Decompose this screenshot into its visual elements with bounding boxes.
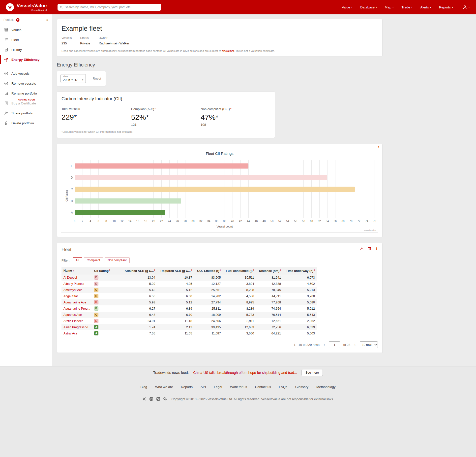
column-header-co-emitted-t[interactable]: CO₂ Emitted (t)e: [194, 267, 223, 274]
footer-link-reports[interactable]: Reports: [181, 385, 193, 389]
copyright-text: Copyright © 2010 - 2025 VesselsValue Ltd…: [171, 397, 334, 401]
table-cell: 13.04: [121, 274, 157, 281]
vessel-name-link[interactable]: Aquamarine Prog...: [63, 307, 90, 310]
x-icon[interactable]: [142, 397, 147, 401]
nav-database[interactable]: Database▾: [360, 5, 377, 9]
page-size-select[interactable]: 10 rows: [360, 341, 378, 348]
table-row: Amethyst AceC5.425.1225,5618,20878,3455,…: [61, 287, 317, 293]
footer-link-blog[interactable]: Blog: [141, 385, 147, 389]
info-icon[interactable]: i: [378, 145, 379, 149]
view-select[interactable]: View: 2025 YTD ▾: [60, 74, 86, 83]
footer-link-contact-us[interactable]: Contact us: [255, 385, 271, 389]
vessel-name-link[interactable]: Aquarius Ace: [63, 313, 82, 317]
sidebar-item-remove-vessels[interactable]: Remove vessels: [0, 78, 52, 88]
vessel-name-link[interactable]: Aquamarine Ace: [63, 301, 86, 304]
sidebar-item-add-vessels[interactable]: Add vessels: [0, 68, 52, 78]
download-icon[interactable]: [360, 247, 364, 251]
column-header-attained-aer-g-c[interactable]: Attained AER (g C...e: [121, 267, 157, 274]
sidebar-item-share-portfolio[interactable]: Share portfolio: [0, 108, 52, 118]
table-cell: 77,268: [256, 299, 283, 305]
table-cell: 6.60: [157, 293, 194, 299]
vessel-name-link[interactable]: Amethyst Ace: [63, 288, 82, 292]
column-header-time-underway-h[interactable]: Time underway (h)e: [283, 267, 317, 274]
column-header-name[interactable]: Name↑: [61, 267, 92, 274]
nav-value[interactable]: Value▾: [342, 5, 353, 9]
wechat-icon[interactable]: [163, 397, 167, 401]
table-cell: 8,925: [223, 299, 256, 305]
nav-alerts[interactable]: Alerts▾: [420, 5, 431, 9]
news-headline-link[interactable]: China-US talks breakthrough offers hope …: [193, 371, 297, 375]
table-cell: 4,502: [283, 281, 317, 287]
table-row: Angel StarC6.566.6014,2824,58644,7113,76…: [61, 293, 317, 299]
bar-row-C: [75, 183, 375, 195]
table-cell: 5,080: [283, 299, 317, 305]
fleet-filter-row: Filter: AllCompliantNon compliant: [61, 257, 378, 263]
reset-button[interactable]: Reset: [93, 77, 101, 80]
sidebar-item-values[interactable]: Values: [0, 25, 52, 35]
footer-link-api[interactable]: API: [201, 385, 206, 389]
vessel-name-link[interactable]: Angel Star: [63, 294, 78, 298]
user-menu[interactable]: ▾: [462, 5, 470, 10]
column-header-required-aer-g-c[interactable]: Required AER (g C...e: [157, 267, 194, 274]
view-select-label: View:: [63, 75, 83, 78]
table-cell: 3,560: [223, 330, 256, 336]
sidebar-item-fleet[interactable]: Fleet: [0, 35, 52, 45]
info-icon[interactable]: i: [375, 247, 379, 251]
prev-page-button[interactable]: ‹: [323, 343, 326, 347]
column-header-fuel-consumed-t[interactable]: Fuel consumed (t)e: [223, 267, 256, 274]
meta-owner: OwnerRachael-main Walker: [99, 36, 129, 45]
sidebar-item-history[interactable]: History: [0, 45, 52, 55]
estimate-flag: e: [314, 269, 315, 271]
footer-link-faqs[interactable]: FAQs: [279, 385, 287, 389]
sidebar-item-delete-portfolio[interactable]: Delete portfolio: [0, 118, 52, 128]
table-cell: 6.89: [157, 305, 194, 312]
vessel-name-link[interactable]: Albany Pioneer: [63, 282, 85, 286]
filter-compliant[interactable]: Compliant: [84, 257, 103, 263]
footer-link-glossary[interactable]: Glossary: [295, 385, 308, 389]
social-icons: [142, 397, 167, 401]
filter-all[interactable]: All: [73, 257, 82, 263]
page-number-input[interactable]: [329, 341, 340, 348]
table-cell: 18,009: [194, 312, 223, 318]
see-more-button[interactable]: See more: [301, 369, 323, 376]
disclaimer-link[interactable]: disclaimer: [222, 49, 234, 52]
footer-link-methodology[interactable]: Methodology: [316, 385, 335, 389]
sidebar-item-label: Energy Efficiency: [11, 58, 39, 62]
filter-non-compliant[interactable]: Non compliant: [105, 257, 130, 263]
stat-non-compliant-d-e: Non compliant (D-E)e47%*108: [201, 107, 270, 127]
columns-icon[interactable]: [367, 247, 371, 251]
nav-reports[interactable]: Reports▾: [439, 5, 453, 9]
linkedin-icon[interactable]: [156, 397, 160, 401]
estimate-flag: e: [253, 269, 254, 271]
section-title-energy-efficiency: Energy Efficiency: [57, 62, 383, 68]
global-search[interactable]: [58, 4, 161, 11]
sidebar-collapse-button[interactable]: «: [46, 18, 48, 22]
vessel-name-link[interactable]: Asian Progress VI: [63, 326, 88, 329]
fleet-table: Name↑CII RatingeAttained AER (g C...eReq…: [61, 267, 317, 336]
vessel-name-link[interactable]: Astral Ace: [63, 332, 77, 335]
meta-vessels: Vessels235: [61, 36, 72, 45]
x-axis-title: Vessel count: [75, 225, 375, 231]
sidebar-item-buy-a-certificate: Buy a CertificateCOMING SOON: [0, 98, 52, 108]
next-page-button[interactable]: ›: [353, 343, 357, 347]
brand-logo[interactable]: VesselsValue Veson Nautical: [5, 3, 54, 12]
gridline: [375, 160, 375, 218]
vessel-name-link[interactable]: Al Deebel: [63, 276, 77, 279]
search-input[interactable]: [65, 5, 159, 9]
sidebar-item-label: Add vessels: [11, 72, 30, 75]
vessel-name-link[interactable]: Arctic Pioneer: [63, 319, 83, 323]
filter-button-group: AllCompliantNon compliant: [73, 257, 130, 263]
footer-link-work-for-us[interactable]: Work for us: [230, 385, 247, 389]
nav-trade[interactable]: Trade▾: [401, 5, 412, 9]
table-cell: 4.95: [157, 281, 194, 287]
sidebar-item-label: Buy a Certificate: [11, 101, 36, 105]
footer-link-who-we-are[interactable]: Who we are: [155, 385, 173, 389]
sidebar-item-energy-efficiency[interactable]: Energy Efficiency: [0, 55, 52, 65]
sidebar-item-rename-portfolio[interactable]: Rename portfolio: [0, 88, 52, 98]
nav-map[interactable]: Map▾: [385, 5, 393, 9]
bar-row-E: [75, 160, 375, 172]
footer-link-legal[interactable]: Legal: [214, 385, 222, 389]
column-header-distance-nm[interactable]: Distance (nm)e: [256, 267, 283, 274]
instagram-icon[interactable]: [149, 397, 153, 401]
column-header-cii-rating[interactable]: CII Ratinge: [92, 267, 121, 274]
